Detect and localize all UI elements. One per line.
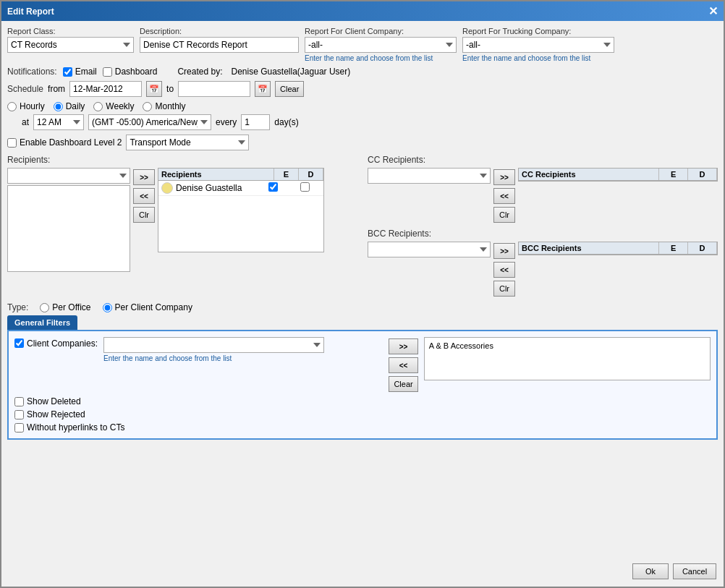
- report-trucking-hint: Enter the name and choose from the list: [462, 54, 614, 62]
- bcc-table-header: BCC Recipients E D: [518, 242, 718, 254]
- hourly-radio[interactable]: [7, 102, 17, 111]
- every-input[interactable]: [241, 114, 270, 130]
- recipients-btn-col: >> << Clr: [133, 168, 155, 223]
- description-input[interactable]: [140, 37, 299, 53]
- report-class-group: Report Class: CT Records: [7, 27, 134, 53]
- enable-dashboard-checkbox[interactable]: [7, 138, 17, 148]
- cancel-button[interactable]: Cancel: [673, 563, 716, 579]
- schedule-row: Schedule from 📅 to 📅 Clear: [7, 81, 718, 97]
- from-date-input[interactable]: [69, 81, 142, 97]
- report-trucking-select[interactable]: -all-: [462, 37, 614, 53]
- report-trucking-group: Report For Trucking Company: -all- Enter…: [462, 27, 614, 62]
- without-hyperlinks-label[interactable]: Without hyperlinks to CTs: [14, 422, 711, 433]
- to-calendar-button[interactable]: 📅: [255, 81, 271, 97]
- from-label: from: [48, 84, 65, 94]
- show-rejected-text: Show Rejected: [27, 409, 85, 419]
- hourly-radio-label[interactable]: Hourly: [7, 101, 45, 111]
- client-companies-text: Client Companies:: [27, 338, 98, 349]
- ok-button[interactable]: Ok: [632, 563, 669, 579]
- cc-remove-button[interactable]: <<: [493, 188, 515, 204]
- email-checkbox[interactable]: [63, 67, 72, 77]
- bcc-add-button[interactable]: >>: [493, 243, 515, 259]
- checkboxes-group: Show Deleted Show Rejected Without hyper…: [14, 396, 711, 433]
- dashboard-checkbox-label[interactable]: Dashboard: [103, 67, 158, 77]
- without-hyperlinks-text: Without hyperlinks to CTs: [27, 422, 124, 433]
- show-rejected-checkbox[interactable]: [14, 410, 24, 419]
- monthly-radio[interactable]: [143, 102, 152, 111]
- at-row: at 12 AM (GMT -05:00) America/New_ every…: [7, 114, 718, 130]
- filter-clear-button[interactable]: Clear: [389, 376, 417, 392]
- schedule-clear-button[interactable]: Clear: [275, 81, 304, 97]
- filter-remove-button[interactable]: <<: [389, 357, 417, 373]
- notifications-label: Notifications:: [7, 67, 57, 77]
- show-deleted-label[interactable]: Show Deleted: [14, 396, 711, 406]
- report-client-select[interactable]: -all-: [305, 37, 457, 53]
- report-class-select[interactable]: CT Records: [7, 37, 134, 53]
- per-client-text: Per Client Company: [115, 302, 192, 312]
- weekly-label: Weekly: [106, 101, 134, 111]
- daily-radio[interactable]: [54, 102, 63, 111]
- client-companies-checkbox[interactable]: [14, 338, 24, 348]
- bcc-label: BCC Recipients:: [368, 229, 431, 239]
- per-client-radio[interactable]: [103, 303, 112, 312]
- recipient-name-text: Denise Guastella: [176, 183, 242, 193]
- description-group: Description:: [140, 27, 299, 53]
- show-deleted-checkbox[interactable]: [14, 397, 24, 406]
- filter-add-button[interactable]: >>: [389, 338, 417, 354]
- recipients-col-e: E: [274, 169, 299, 180]
- recipients-remove-button[interactable]: <<: [133, 188, 155, 204]
- description-label: Description:: [140, 27, 299, 35]
- cc-label: CC Recipients:: [368, 155, 425, 165]
- recipients-source-list[interactable]: [7, 185, 130, 272]
- timezone-select[interactable]: (GMT -05:00) America/New_: [88, 114, 211, 130]
- cc-table: [518, 180, 718, 182]
- bcc-source-select[interactable]: [368, 242, 491, 257]
- edit-report-window: Edit Report ✕ Report Class: CT Records D…: [0, 0, 725, 588]
- enable-dashboard-label[interactable]: Enable Dashboard Level 2: [7, 137, 122, 148]
- created-by-value: Denise Guastella(Jaguar User): [231, 67, 350, 77]
- time-select[interactable]: 12 AM: [33, 114, 84, 130]
- transport-select[interactable]: Transport Mode: [126, 135, 249, 150]
- recipients-col-name: Recipients: [158, 169, 274, 180]
- cc-add-button[interactable]: >>: [493, 169, 515, 185]
- client-companies-checkbox-label[interactable]: Client Companies:: [14, 337, 98, 349]
- cc-source-select[interactable]: [368, 168, 491, 184]
- report-class-label: Report Class:: [7, 27, 134, 35]
- per-office-radio[interactable]: [40, 303, 49, 312]
- weekly-radio[interactable]: [93, 102, 103, 111]
- recipients-label: Recipients:: [7, 155, 50, 165]
- filter-source-select[interactable]: [103, 337, 324, 353]
- bcc-remove-button[interactable]: <<: [493, 262, 515, 278]
- per-office-label[interactable]: Per Office: [40, 302, 90, 312]
- recipients-add-button[interactable]: >>: [133, 169, 155, 185]
- bcc-clear-button[interactable]: Clr: [493, 281, 515, 297]
- monthly-radio-label[interactable]: Monthly: [143, 101, 185, 111]
- recipient-email-checkbox[interactable]: [268, 182, 278, 192]
- recipients-input-group: [7, 168, 130, 272]
- report-trucking-label: Report For Trucking Company:: [462, 27, 614, 35]
- report-client-hint: Enter the name and choose from the list: [305, 54, 457, 62]
- recipients-source-select[interactable]: [7, 168, 130, 184]
- recipients-clear-button[interactable]: Clr: [133, 207, 155, 223]
- filter-row: Client Companies: Enter the name and cho…: [14, 337, 711, 392]
- recipients-panel: >> << Clr Recipients E D: [7, 168, 362, 272]
- cc-clear-button[interactable]: Clr: [493, 207, 515, 223]
- daily-radio-label[interactable]: Daily: [54, 101, 85, 111]
- dashboard-checkbox[interactable]: [103, 67, 112, 77]
- to-date-input[interactable]: [178, 81, 250, 97]
- per-client-label[interactable]: Per Client Company: [103, 302, 192, 312]
- without-hyperlinks-checkbox[interactable]: [14, 423, 24, 433]
- cc-col-e: E: [659, 169, 688, 180]
- recipients-table-header: Recipients E D: [158, 168, 324, 180]
- recipient-dashboard-checkbox[interactable]: [300, 182, 310, 192]
- weekly-radio-label[interactable]: Weekly: [93, 101, 134, 111]
- window-title: Edit Report: [7, 7, 54, 17]
- close-button[interactable]: ✕: [708, 4, 718, 18]
- daily-label: Daily: [66, 101, 85, 111]
- recipient-name: Denise Guastella: [161, 182, 257, 194]
- email-checkbox-label[interactable]: Email: [63, 67, 97, 77]
- show-rejected-label[interactable]: Show Rejected: [14, 409, 711, 419]
- cc-table-group: CC Recipients E D: [518, 168, 718, 182]
- from-calendar-button[interactable]: 📅: [146, 81, 162, 97]
- enable-dashboard-row: Enable Dashboard Level 2 Transport Mode: [7, 135, 718, 150]
